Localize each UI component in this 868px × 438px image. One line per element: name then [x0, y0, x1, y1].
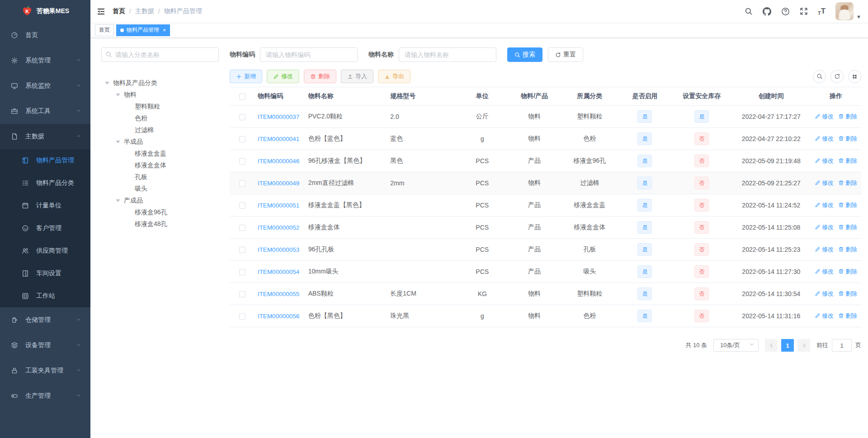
material-code-link[interactable]: ITEM00000053	[258, 246, 299, 253]
avatar[interactable]	[835, 2, 854, 20]
sidebar-item-customer-management[interactable]: 客户管理	[0, 217, 90, 240]
search-toggle-button[interactable]	[813, 70, 826, 83]
tree-node[interactable]: 塑料颗粒	[101, 101, 219, 113]
row-edit-link[interactable]: 修改	[815, 290, 834, 298]
close-icon[interactable]: ×	[163, 27, 166, 33]
tree-node[interactable]: 半成品	[101, 136, 219, 148]
row-edit-link[interactable]: 修改	[815, 157, 834, 165]
row-checkbox[interactable]	[239, 114, 245, 120]
row-delete-link[interactable]: 删除	[838, 113, 857, 121]
sidebar-item-equipment-management[interactable]: 设备管理	[0, 333, 90, 358]
row-checkbox[interactable]	[239, 291, 245, 297]
tree-node[interactable]: 孔板	[101, 171, 219, 183]
material-code-link[interactable]: ITEM00000051	[258, 202, 299, 209]
sidebar-item-material-product-category[interactable]: 物料产品分类	[0, 172, 90, 194]
app-logo[interactable]: K 苦糖果MES	[0, 0, 90, 23]
font-size-icon[interactable]: TT	[818, 7, 826, 16]
tree-node[interactable]: 移液盒48孔	[101, 218, 219, 230]
material-code-link[interactable]: ITEM00000054	[258, 268, 299, 275]
goto-page-input[interactable]	[832, 339, 852, 352]
refresh-toggle-button[interactable]	[830, 70, 844, 83]
tree-node[interactable]: 过滤棉	[101, 124, 219, 136]
sidebar-collapse-icon[interactable]	[97, 7, 105, 16]
row-checkbox[interactable]	[239, 313, 245, 320]
row-checkbox[interactable]	[239, 158, 245, 165]
tree-node[interactable]: 移液盒盒盖	[101, 148, 219, 160]
breadcrumb-item[interactable]: 主数据	[135, 7, 154, 15]
sidebar-item-workshop-settings[interactable]: 车间设置	[0, 262, 90, 285]
material-code-link[interactable]: ITEM00000046	[258, 158, 299, 165]
tab-view[interactable]: 首页	[95, 24, 114, 36]
page-size-select[interactable]: 10条/页	[713, 339, 759, 352]
tree-node[interactable]: 移液盒96孔	[101, 207, 219, 218]
tree-node[interactable]: 物料	[101, 89, 219, 101]
import-button[interactable]: 导入	[341, 70, 373, 83]
sidebar-item-measure-unit[interactable]: 计量单位	[0, 194, 90, 217]
material-code-link[interactable]: ITEM00000052	[258, 224, 299, 231]
row-delete-link[interactable]: 删除	[838, 268, 857, 276]
row-edit-link[interactable]: 修改	[815, 113, 834, 121]
reset-button[interactable]: 重置	[548, 47, 583, 62]
edit-button[interactable]: 修改	[267, 70, 299, 83]
material-code-link[interactable]: ITEM00000037	[258, 113, 299, 120]
material-code-link[interactable]: ITEM00000055	[258, 291, 299, 297]
export-button[interactable]: 导出	[378, 70, 410, 83]
sidebar-item-material-product-management[interactable]: 物料产品管理	[0, 149, 90, 172]
row-edit-link[interactable]: 修改	[815, 135, 834, 143]
row-delete-link[interactable]: 删除	[838, 157, 857, 165]
sidebar-item-system-tools[interactable]: 系统工具	[0, 99, 90, 124]
filter-input-1[interactable]	[399, 47, 496, 62]
next-page-button[interactable]	[797, 339, 810, 352]
prev-page-button[interactable]	[765, 339, 778, 352]
tree-node[interactable]: 吸头	[101, 183, 219, 195]
row-edit-link[interactable]: 修改	[815, 223, 834, 231]
row-checkbox[interactable]	[239, 269, 245, 275]
row-checkbox[interactable]	[239, 180, 245, 187]
sidebar-item-system-monitor[interactable]: 系统监控	[0, 73, 90, 99]
sidebar-item-warehouse-management[interactable]: 仓储管理	[0, 307, 90, 333]
material-code-link[interactable]: ITEM00000049	[258, 180, 299, 187]
search-icon[interactable]	[745, 7, 753, 15]
sidebar-item-system-management[interactable]: 系统管理	[0, 48, 90, 73]
sidebar-item-supplier-management[interactable]: 供应商管理	[0, 240, 90, 262]
tab-active[interactable]: 物料产品管理×	[116, 24, 170, 36]
row-edit-link[interactable]: 修改	[815, 245, 834, 254]
row-edit-link[interactable]: 修改	[815, 179, 834, 187]
page-number-1[interactable]: 1	[781, 339, 794, 352]
row-delete-link[interactable]: 删除	[838, 245, 857, 254]
sidebar-item-production-management[interactable]: 生产管理	[0, 383, 90, 409]
row-edit-link[interactable]: 修改	[815, 312, 834, 320]
sidebar-item-master-data[interactable]: 主数据	[0, 124, 90, 149]
sidebar-item-workstation[interactable]: 工作站	[0, 285, 90, 307]
tree-node[interactable]: 移液盒盒体	[101, 160, 219, 171]
row-checkbox[interactable]	[239, 247, 245, 253]
row-delete-link[interactable]: 删除	[838, 179, 857, 187]
tree-node[interactable]: 色粉	[101, 113, 219, 124]
material-code-link[interactable]: ITEM00000041	[258, 136, 299, 142]
row-checkbox[interactable]	[239, 203, 245, 209]
breadcrumb-item[interactable]: 首页	[113, 7, 125, 15]
row-edit-link[interactable]: 修改	[815, 268, 834, 276]
select-all-checkbox[interactable]	[239, 94, 245, 100]
sidebar-item-home[interactable]: 首页	[0, 23, 90, 48]
tree-node[interactable]: 物料及产品分类	[101, 77, 219, 89]
category-search-input[interactable]	[101, 47, 219, 62]
row-delete-link[interactable]: 删除	[838, 290, 857, 298]
search-button[interactable]: 搜索	[507, 47, 542, 62]
sidebar-item-fixture-management[interactable]: 工装夹具管理	[0, 358, 90, 383]
material-code-link[interactable]: ITEM00000056	[258, 313, 299, 320]
question-icon[interactable]	[781, 7, 790, 16]
row-delete-link[interactable]: 删除	[838, 223, 857, 231]
delete-button[interactable]: 删除	[304, 70, 336, 83]
row-delete-link[interactable]: 删除	[838, 312, 857, 320]
github-icon[interactable]	[763, 7, 771, 16]
filter-input-0[interactable]	[260, 47, 358, 62]
grid-toggle-button[interactable]	[848, 70, 861, 83]
tree-node[interactable]: 产成品	[101, 195, 219, 207]
add-button[interactable]: 新增	[230, 70, 262, 83]
fullscreen-icon[interactable]	[800, 7, 808, 15]
row-delete-link[interactable]: 删除	[838, 201, 857, 209]
row-delete-link[interactable]: 删除	[838, 135, 857, 143]
row-checkbox[interactable]	[239, 136, 245, 142]
row-checkbox[interactable]	[239, 225, 245, 231]
